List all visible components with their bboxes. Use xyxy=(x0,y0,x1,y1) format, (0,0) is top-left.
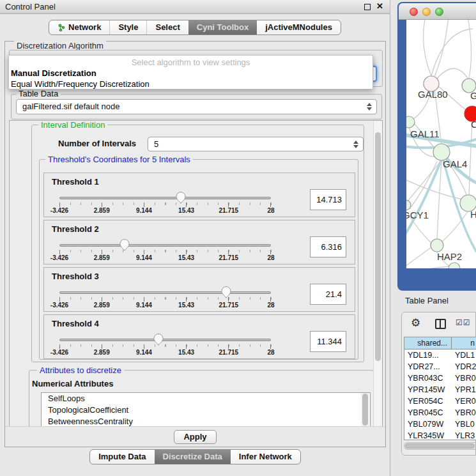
tick-label: -3.426 xyxy=(50,302,68,309)
float-icon[interactable] xyxy=(364,4,371,10)
control-panel: Control Panel ✕ Network Style Sel xyxy=(0,0,390,476)
minimize-traffic-light-icon[interactable] xyxy=(422,8,431,16)
thresholds-group-title: Threshold's Coordinates for 5 Intervals xyxy=(45,155,193,164)
slider-ticks xyxy=(59,203,272,207)
column-header-shared[interactable]: shared... xyxy=(404,337,452,349)
tick-label: 28 xyxy=(267,254,274,261)
tab-network[interactable]: Network xyxy=(49,20,109,35)
tab-select-label: Select xyxy=(155,20,180,35)
threshold-3-value-field[interactable]: 21.4 xyxy=(310,284,346,305)
threshold-1-value-field[interactable]: 14.713 xyxy=(310,189,346,210)
tab-group: Network Style Select Cyni Toolbox jActiv… xyxy=(49,20,341,35)
node-table: shared... n YDL19...YDL1YDR27...YDR2YBR0… xyxy=(404,337,476,440)
threshold-2-value-field[interactable]: 6.316 xyxy=(310,236,346,257)
slider-tick-labels: -3.4262.8599.14415.4321.71528 xyxy=(59,349,271,357)
numerical-attributes-label: Numerical Attributes xyxy=(32,379,113,388)
list-item[interactable]: TopologicalCoefficient xyxy=(42,404,370,416)
node-gal11[interactable] xyxy=(406,116,415,128)
node-label-partial-c: C xyxy=(471,119,476,130)
node-partial-bottom[interactable] xyxy=(449,263,460,268)
table-row[interactable]: YBR043CYBR0 xyxy=(404,372,476,384)
table-header-row: shared... n xyxy=(404,337,476,349)
split-columns-icon[interactable] xyxy=(435,319,446,329)
threshold-panel-1: Threshold 1 -3.4262.8599.14415.4321.7152… xyxy=(43,173,355,217)
tick-label: 21.715 xyxy=(219,254,239,261)
slider-tick-labels: -3.4262.8599.14415.4321.71528 xyxy=(59,254,271,262)
number-of-intervals-combobox[interactable]: 5 xyxy=(148,137,364,151)
attributes-list-scrollbar[interactable] xyxy=(361,393,369,427)
table-panel: ⚙ ☑☑ shared... n YDL19...YDL1YDR27...YDR… xyxy=(401,312,476,456)
settings-vertical-scrollbar[interactable] xyxy=(373,121,382,427)
close-icon[interactable]: ✕ xyxy=(376,1,383,11)
tick-label: 15.43 xyxy=(178,254,194,261)
tick-label: 9.144 xyxy=(136,207,152,214)
combo-arrows-icon xyxy=(353,141,358,148)
screen: Control Panel ✕ Network Style Sel xyxy=(0,0,476,476)
table-panel-title: Table Panel xyxy=(397,293,476,309)
dropdown-option-equal-width-frequency[interactable]: Equal Width/Frequency Discretization xyxy=(11,79,150,89)
network-canvas[interactable]: GAL80 GA C GAL11 GAL4 GCY1 H HAP2 xyxy=(406,20,476,268)
column-header-name[interactable]: n xyxy=(452,337,476,349)
zoom-traffic-light-icon[interactable] xyxy=(435,8,443,16)
table-horizontal-scrollbar[interactable] xyxy=(404,442,475,450)
node-hap2[interactable] xyxy=(431,239,443,252)
threshold-panel-2: Threshold 2 -3.4262.8599.14415.4321.7152… xyxy=(43,220,355,265)
table-row[interactable]: YER054CYER0 xyxy=(404,395,476,407)
tick-label: -3.426 xyxy=(50,349,68,356)
node-label-gal11: GAL11 xyxy=(410,128,440,139)
tab-discretize-data-label: Discretize Data xyxy=(163,450,222,464)
tick-label: 2.859 xyxy=(94,254,110,261)
threshold-3-slider[interactable] xyxy=(59,291,271,294)
threshold-1-slider[interactable] xyxy=(59,197,271,199)
node-label-partial-g: GA xyxy=(470,90,476,101)
node-label-gal80: GAL80 xyxy=(418,89,448,100)
table-rows: YDL19...YDL1YDR27...YDR2YBR043CYBR0YPR14… xyxy=(404,349,476,440)
slider-ticks xyxy=(59,297,272,302)
threshold-4-slider[interactable] xyxy=(59,339,271,341)
slider-ticks xyxy=(59,250,272,254)
scrollbar-thumb[interactable] xyxy=(375,132,381,361)
table-row[interactable]: YDR27...YDR2 xyxy=(404,361,476,372)
tab-cyni-toolbox[interactable]: Cyni Toolbox xyxy=(188,20,257,35)
algorithm-dropdown-popup: Select algorithm to view settings Manual… xyxy=(8,55,373,89)
algorithm-group-title: Discretization Algorithm xyxy=(14,41,106,50)
scrollbar-thumb[interactable] xyxy=(405,443,475,449)
tab-discretize-data[interactable]: Discretize Data xyxy=(155,450,231,464)
tab-impute-data[interactable]: Impute Data xyxy=(90,450,154,464)
numerical-attributes-list[interactable]: SelfLoopsTopologicalCoefficientBetweenne… xyxy=(41,392,371,427)
table-row[interactable]: YBR045CYBR0 xyxy=(404,407,476,418)
table-row[interactable]: YBL079WYBL0 xyxy=(404,418,476,430)
threshold-2-slider[interactable] xyxy=(59,244,271,247)
tick-label: 15.43 xyxy=(178,349,194,356)
node-label-gal4: GAL4 xyxy=(443,158,467,169)
dropdown-option-manual-discretization[interactable]: Manual Discretization xyxy=(11,68,96,78)
close-traffic-light-icon[interactable] xyxy=(410,8,418,16)
table-row[interactable]: YPR145WYPR1 xyxy=(404,384,476,395)
table-row[interactable]: YDL19...YDL1 xyxy=(404,349,476,361)
tick-label: 28 xyxy=(267,207,274,214)
slider-tick-labels: -3.4262.8599.14415.4321.71528 xyxy=(59,302,271,309)
tab-network-label: Network xyxy=(68,20,101,35)
bottom-tab-group: Impute Data Discretize Data Infer Networ… xyxy=(89,449,301,464)
attributes-group-title: Attributes to discretize xyxy=(37,365,124,375)
table-row[interactable]: YLR345WYLR3 xyxy=(404,430,476,440)
tick-label: -3.426 xyxy=(50,254,68,261)
tick-label: 21.715 xyxy=(219,207,239,214)
tick-label: 9.144 xyxy=(136,349,152,356)
tab-select[interactable]: Select xyxy=(146,20,188,35)
gear-icon[interactable]: ⚙ xyxy=(411,316,420,330)
list-item[interactable]: SelfLoops xyxy=(42,393,370,404)
tab-style[interactable]: Style xyxy=(109,20,146,35)
threshold-4-value-field[interactable]: 11.344 xyxy=(310,331,346,352)
table-data-combobox[interactable]: galFiltered.sif default node xyxy=(16,99,377,114)
apply-button[interactable]: Apply xyxy=(174,430,216,444)
table-data-value: galFiltered.sif default node xyxy=(22,102,119,111)
number-of-intervals-label: Number of Intervals xyxy=(58,139,136,148)
tab-jactivemnodules[interactable]: jActiveMNodules xyxy=(257,20,341,35)
tab-infer-network[interactable]: Infer Network xyxy=(231,450,300,464)
checkbox-icons[interactable]: ☑☑ xyxy=(456,318,471,327)
tick-label: 2.859 xyxy=(94,302,110,309)
tick-label: 21.715 xyxy=(219,349,239,356)
slider-tick-labels: -3.4262.8599.14415.4321.71528 xyxy=(59,207,271,215)
table-panel-toolbar: ⚙ ☑☑ xyxy=(402,315,475,333)
